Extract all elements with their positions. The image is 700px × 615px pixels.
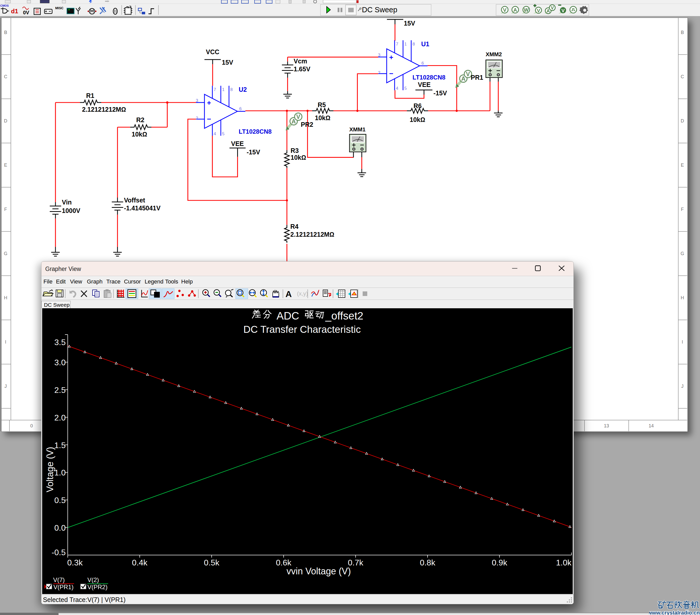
svg-text:PR1: PR1: [471, 74, 483, 81]
svg-text:R2: R2: [136, 116, 145, 123]
svg-text:Vcm: Vcm: [293, 58, 307, 65]
svg-text:3.5: 3.5: [54, 338, 66, 347]
svg-text:vvin Voltage (V): vvin Voltage (V): [287, 566, 351, 576]
svg-text:-15V: -15V: [247, 148, 260, 156]
svg-text:10kΩ: 10kΩ: [410, 116, 425, 123]
svg-text:LT1028CN8: LT1028CN8: [239, 128, 272, 135]
svg-text:-1.4145041V: -1.4145041V: [124, 205, 161, 212]
svg-text:R5: R5: [318, 101, 326, 108]
svg-text:R4: R4: [290, 223, 299, 230]
svg-text:DC Transfer Characteristic: DC Transfer Characteristic: [243, 324, 361, 335]
svg-text:1.65V: 1.65V: [293, 65, 311, 73]
svg-text:2.12121212MΩ: 2.12121212MΩ: [290, 231, 334, 238]
svg-text:0.9k: 0.9k: [492, 558, 507, 567]
svg-text:XMM2: XMM2: [486, 51, 502, 58]
svg-text:15V: 15V: [404, 20, 415, 27]
svg-text:(x,y): (x,y): [297, 291, 308, 297]
svg-text:XMM1: XMM1: [349, 126, 366, 133]
svg-text:V(PR1): V(PR1): [53, 583, 74, 590]
svg-text:_offset2: _offset2: [325, 310, 363, 322]
svg-text:Voltage (V): Voltage (V): [45, 447, 55, 492]
svg-text:0.8k: 0.8k: [420, 558, 436, 567]
svg-text:VEE: VEE: [418, 81, 430, 88]
svg-text:V(PR2): V(PR2): [87, 583, 108, 590]
svg-text:0.3k: 0.3k: [67, 558, 83, 567]
svg-text:15V: 15V: [222, 59, 233, 66]
svg-text:10kΩ: 10kΩ: [290, 154, 306, 161]
svg-text:1000V: 1000V: [62, 207, 80, 214]
svg-text:Vin: Vin: [62, 199, 72, 206]
svg-text:3.0: 3.0: [54, 358, 66, 367]
svg-text:1.0: 1.0: [54, 468, 66, 477]
svg-text:R1: R1: [86, 92, 94, 99]
svg-text:A: A: [286, 289, 292, 299]
svg-text:ADC: ADC: [276, 310, 299, 322]
svg-text:Voffset: Voffset: [124, 197, 146, 204]
svg-text:2.5: 2.5: [54, 385, 66, 395]
svg-text:VEE: VEE: [231, 140, 244, 147]
svg-text:V(2): V(2): [87, 576, 99, 583]
svg-text:0.5: 0.5: [54, 496, 66, 505]
svg-text:-0.5: -0.5: [52, 548, 66, 557]
svg-text:10kΩ: 10kΩ: [132, 131, 147, 138]
svg-text:U1: U1: [421, 40, 429, 48]
svg-text:VCC: VCC: [206, 48, 220, 56]
svg-text:-15V: -15V: [434, 89, 447, 97]
svg-text:V(7): V(7): [53, 576, 65, 583]
svg-text:1.0k: 1.0k: [556, 558, 572, 567]
svg-text:10kΩ: 10kΩ: [315, 114, 330, 121]
svg-text:0.4k: 0.4k: [132, 558, 148, 567]
svg-text:1.5: 1.5: [54, 441, 66, 450]
svg-text:2.12121212MΩ: 2.12121212MΩ: [82, 106, 126, 113]
svg-text:www.crystalradio.cn: www.crystalradio.cn: [649, 610, 700, 615]
svg-text:0.0: 0.0: [54, 523, 66, 532]
svg-text:U2: U2: [239, 86, 247, 93]
svg-text:2.0: 2.0: [54, 413, 66, 422]
svg-text:LT1028CN8: LT1028CN8: [412, 74, 446, 81]
svg-text:R6: R6: [413, 102, 422, 109]
svg-text:R3: R3: [290, 147, 299, 154]
svg-text:0.5k: 0.5k: [204, 558, 220, 567]
svg-text:PR2: PR2: [301, 121, 313, 128]
